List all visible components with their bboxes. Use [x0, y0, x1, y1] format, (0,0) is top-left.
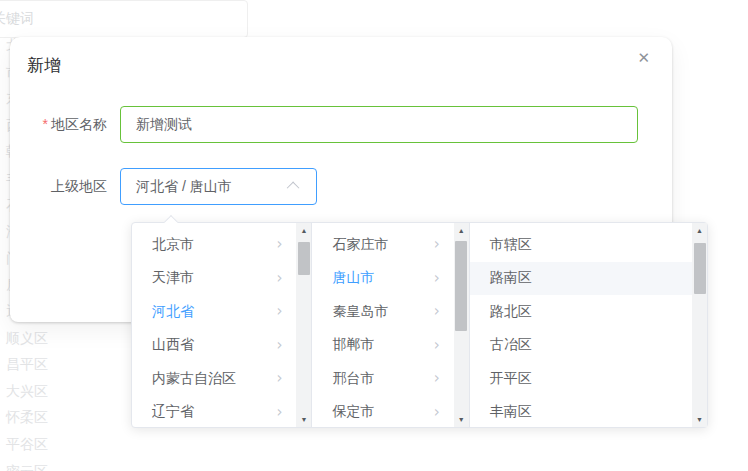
cascader-option-label: 开平区 — [490, 370, 682, 388]
cascader-option-label: 邯郸市 — [332, 336, 433, 354]
cascader-option[interactable]: 保定市› — [312, 396, 453, 428]
app-screen: 关键词 北京市市辖区东城区西城区朝阳区丰台区石景山区海淀区门头沟区房山区通州区顺… — [0, 0, 748, 471]
cascader-dropdown: 北京市›天津市›河北省›山西省›内蒙古自治区›辽宁省›▲▼石家庄市›唐山市›秦皇… — [131, 222, 708, 428]
cascader-option-label: 路北区 — [490, 303, 682, 321]
chevron-right-icon: › — [434, 237, 440, 252]
scrollbar[interactable]: ▲▼ — [296, 223, 311, 427]
chevron-right-icon: › — [276, 271, 282, 286]
chevron-right-icon: › — [434, 371, 440, 386]
cascader-column-city: 石家庄市›唐山市›秦皇岛市›邯郸市›邢台市›保定市›▲▼ — [312, 223, 469, 427]
chevron-right-icon: › — [276, 371, 282, 386]
scroll-up-icon[interactable]: ▲ — [296, 223, 311, 238]
cascader-option-label: 北京市 — [152, 236, 276, 254]
chevron-right-icon: › — [276, 304, 282, 319]
cascader-option-label: 内蒙古自治区 — [152, 370, 276, 388]
cascader-option[interactable]: 内蒙古自治区› — [132, 362, 296, 396]
scrollbar-thumb[interactable] — [694, 243, 706, 294]
cascader-option-label: 邢台市 — [332, 370, 433, 388]
scrollbar-thumb[interactable] — [298, 242, 310, 275]
cascader-option[interactable]: 路南区 — [470, 262, 692, 296]
form-row-region-name: *地区名称 新增测试 — [10, 106, 672, 143]
cascader-option-list: 市辖区路南区路北区古冶区开平区丰南区 — [470, 223, 692, 427]
chevron-right-icon: › — [434, 338, 440, 353]
close-icon[interactable]: ✕ — [637, 50, 650, 65]
cascader-option[interactable]: 秦皇岛市› — [312, 295, 453, 329]
cascader-option[interactable]: 丰南区 — [470, 396, 692, 428]
cascader-option-label: 石家庄市 — [332, 236, 433, 254]
cascader-option-label: 河北省 — [152, 303, 276, 321]
cascader-option-label: 秦皇岛市 — [332, 303, 433, 321]
required-asterisk: * — [43, 116, 48, 132]
parent-region-value: 河北省 / 唐山市 — [136, 178, 232, 196]
scroll-up-icon[interactable]: ▲ — [692, 223, 707, 238]
background-list-item: 顺义区 — [6, 325, 62, 352]
scrollbar[interactable]: ▲▼ — [454, 223, 469, 427]
background-list-item: 平谷区 — [6, 431, 62, 458]
scroll-down-icon[interactable]: ▼ — [454, 412, 469, 427]
cascader-option[interactable]: 河北省› — [132, 295, 296, 329]
cascader-option-label: 唐山市 — [332, 269, 433, 287]
chevron-up-icon — [287, 182, 300, 195]
add-region-form: *地区名称 新增测试 上级地区 河北省 / 唐山市 — [10, 77, 672, 205]
cascader-option-label: 市辖区 — [490, 236, 682, 254]
cascader-option[interactable]: 邢台市› — [312, 362, 453, 396]
parent-region-select[interactable]: 河北省 / 唐山市 — [120, 168, 317, 205]
form-row-parent-region: 上级地区 河北省 / 唐山市 — [10, 168, 672, 205]
cascader-option-label: 山西省 — [152, 336, 276, 354]
cascader-option-label: 古冶区 — [490, 336, 682, 354]
scrollbar-thumb[interactable] — [455, 241, 467, 331]
scroll-up-icon[interactable]: ▲ — [454, 223, 469, 238]
background-list-item: 昌平区 — [6, 351, 62, 378]
region-name-value: 新增测试 — [136, 116, 192, 134]
chevron-right-icon: › — [434, 304, 440, 319]
cascader-option-label: 天津市 — [152, 269, 276, 287]
chevron-right-icon: › — [276, 237, 282, 252]
dialog-title: 新增 — [27, 56, 61, 75]
cascader-option-list: 石家庄市›唐山市›秦皇岛市›邯郸市›邢台市›保定市› — [312, 223, 453, 427]
background-list-item: 密云区 — [6, 458, 62, 471]
cascader-option[interactable]: 山西省› — [132, 329, 296, 363]
cascader-option[interactable]: 古冶区 — [470, 329, 692, 363]
cascader-option-label: 辽宁省 — [152, 403, 276, 421]
cascader-option-label: 丰南区 — [490, 403, 682, 421]
cascader-option[interactable]: 北京市› — [132, 228, 296, 262]
cascader-option-list: 北京市›天津市›河北省›山西省›内蒙古自治区›辽宁省› — [132, 223, 296, 427]
cascader-option[interactable]: 路北区 — [470, 295, 692, 329]
cascader-option[interactable]: 石家庄市› — [312, 228, 453, 262]
scrollbar[interactable]: ▲▼ — [692, 223, 707, 427]
scroll-down-icon[interactable]: ▼ — [296, 412, 311, 427]
keyword-placeholder: 关键词 — [0, 10, 34, 28]
cascader-option[interactable]: 开平区 — [470, 362, 692, 396]
background-list-item: 怀柔区 — [6, 404, 62, 431]
cascader-column-province: 北京市›天津市›河北省›山西省›内蒙古自治区›辽宁省›▲▼ — [132, 223, 312, 427]
chevron-right-icon: › — [434, 271, 440, 286]
region-name-label: *地区名称 — [10, 116, 120, 134]
cascader-option[interactable]: 辽宁省› — [132, 396, 296, 428]
chevron-right-icon: › — [434, 405, 440, 420]
cascader-column-district: 市辖区路南区路北区古冶区开平区丰南区▲▼ — [470, 223, 707, 427]
cascader-option[interactable]: 唐山市› — [312, 262, 453, 296]
parent-region-label: 上级地区 — [10, 178, 120, 196]
chevron-right-icon: › — [276, 338, 282, 353]
background-list-item: 大兴区 — [6, 378, 62, 405]
cascader-option[interactable]: 邯郸市› — [312, 329, 453, 363]
cascader-option[interactable]: 市辖区 — [470, 228, 692, 262]
scroll-down-icon[interactable]: ▼ — [692, 412, 707, 427]
cascader-option-label: 路南区 — [490, 269, 682, 287]
region-name-input[interactable]: 新增测试 — [120, 106, 638, 143]
cascader-option-label: 保定市 — [332, 403, 433, 421]
cascader-option[interactable]: 天津市› — [132, 262, 296, 296]
dialog-header: 新增 ✕ — [10, 37, 672, 77]
chevron-right-icon: › — [276, 405, 282, 420]
